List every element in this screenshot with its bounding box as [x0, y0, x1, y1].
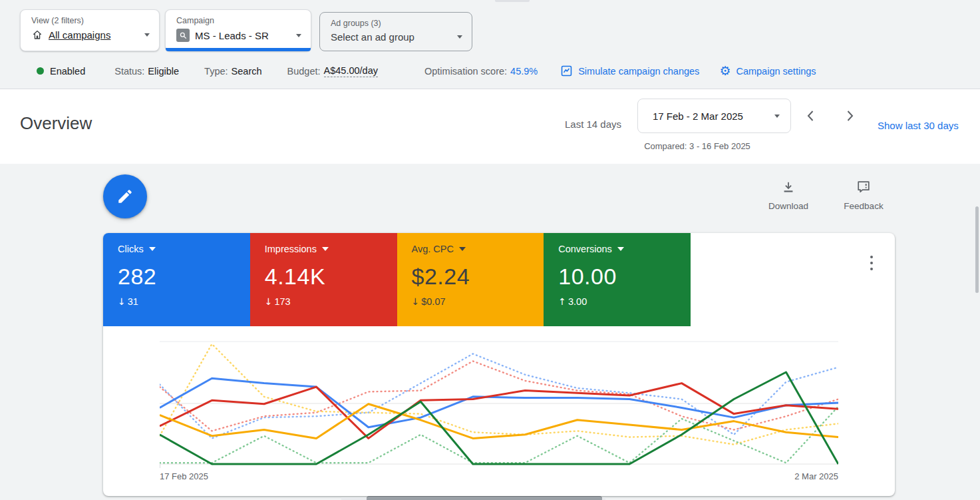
previous-period-button[interactable] — [804, 109, 818, 123]
view-filter-value: All campaigns — [49, 29, 110, 41]
arrow-down-icon: ↓ — [412, 296, 420, 307]
date-range-label: Last 14 days — [565, 119, 621, 130]
date-range-selector[interactable]: 17 Feb - 2 Mar 2025 — [637, 99, 791, 133]
scrolled-element-remnant — [495, 0, 530, 2]
card-overflow-menu-button[interactable] — [866, 254, 878, 272]
performance-line-chart — [160, 336, 838, 483]
metric-value: 10.00 — [558, 264, 679, 290]
arrow-down-icon: ↓ — [118, 296, 126, 307]
overview-chart-card: Clicks 282 ↓31 Impressions 4.14K ↓173 Av… — [103, 233, 895, 496]
home-icon — [31, 29, 43, 41]
chevron-down-icon — [149, 247, 156, 251]
metric-card-conversions[interactable]: Conversions 10.00 ↑3.00 — [544, 233, 691, 326]
feedback-icon — [856, 180, 871, 194]
arrow-down-icon: ↓ — [265, 296, 273, 307]
horizontal-scrollbar-thumb[interactable] — [367, 496, 602, 500]
download-label: Download — [758, 201, 818, 211]
chart-line-impressions-compared- — [160, 361, 838, 431]
metric-delta: ↓$0.07 — [412, 296, 532, 307]
selected-indicator — [166, 48, 311, 51]
chevron-right-icon — [842, 109, 857, 123]
x-axis-label-end: 2 Mar 2025 — [778, 471, 838, 481]
gear-icon: ⚙ — [719, 65, 731, 77]
x-axis-label-start: 17 Feb 2025 — [160, 471, 208, 481]
download-icon — [781, 180, 796, 194]
ad-groups-dropdown[interactable]: Ad groups (3) Select an ad group — [319, 12, 472, 51]
ad-groups-dropdown-value: Select an ad group — [331, 31, 414, 43]
google-ads-overview-page: View (2 filters) All campaigns Campaign … — [0, 0, 980, 500]
chevron-down-icon — [457, 35, 462, 39]
metric-value: $2.24 — [412, 264, 532, 290]
view-filter-label: View (2 filters) — [31, 16, 150, 25]
metric-card-impressions[interactable]: Impressions 4.14K ↓173 — [250, 233, 397, 326]
metric-selector-row: Clicks 282 ↓31 Impressions 4.14K ↓173 Av… — [103, 233, 691, 326]
enabled-status-dot-icon — [37, 67, 44, 75]
show-last-30-days-link[interactable]: Show last 30 days — [878, 120, 959, 131]
metric-card-avg-cpc[interactable]: Avg. CPC $2.24 ↓$0.07 — [397, 233, 544, 326]
chevron-left-icon — [804, 109, 818, 123]
budget-label: Budget: — [287, 66, 321, 77]
optimisation-score-value[interactable]: 45.9% — [510, 66, 538, 77]
campaign-dropdown[interactable]: Campaign MS - Leads - SR — [165, 9, 311, 51]
metric-value: 282 — [118, 264, 238, 290]
metric-card-clicks[interactable]: Clicks 282 ↓31 — [103, 233, 250, 326]
chevron-down-icon — [774, 115, 780, 118]
view-filter-dropdown[interactable]: View (2 filters) All campaigns — [20, 9, 160, 51]
status-label: Status: — [114, 66, 144, 77]
chart-line-clicks-compared- — [160, 354, 838, 438]
ad-groups-dropdown-label: Ad groups (3) — [331, 19, 462, 28]
pencil-icon — [116, 188, 134, 205]
edit-overview-button[interactable] — [103, 174, 147, 218]
metric-label: Impressions — [265, 244, 317, 254]
campaign-dropdown-value: MS - Leads - SR — [195, 30, 269, 41]
chart-line-clicks — [160, 378, 838, 427]
metric-delta: ↑3.00 — [558, 296, 679, 307]
simulate-campaign-changes-button[interactable]: Simulate campaign changes — [560, 65, 699, 77]
chevron-down-icon — [459, 247, 466, 251]
chart-line-conversions-compared- — [160, 407, 838, 463]
metric-label: Avg. CPC — [412, 244, 454, 254]
vertical-scrollbar[interactable] — [975, 206, 979, 293]
campaign-settings-button[interactable]: ⚙ Campaign settings — [719, 65, 816, 77]
download-button[interactable]: Download — [758, 180, 818, 211]
budget-value[interactable]: A$45.00/day — [324, 65, 378, 77]
type-value: Search — [232, 66, 262, 77]
feedback-button[interactable]: Feedback — [834, 180, 894, 211]
search-campaign-type-icon — [176, 29, 190, 42]
arrow-up-icon: ↑ — [558, 296, 566, 307]
page-title: Overview — [20, 113, 92, 134]
metric-delta: ↓173 — [265, 296, 385, 307]
date-range-value: 17 Feb - 2 Mar 2025 — [653, 111, 743, 122]
next-period-button[interactable] — [842, 109, 857, 123]
chevron-down-icon — [617, 247, 624, 251]
chevron-down-icon — [322, 247, 329, 251]
metric-label: Clicks — [118, 244, 144, 254]
simulate-icon — [560, 65, 573, 77]
compared-period-label: Compared: 3 - 16 Feb 2025 — [637, 141, 757, 151]
type-label: Type: — [204, 66, 228, 77]
enabled-status: Enabled — [50, 66, 85, 77]
chevron-down-icon — [144, 33, 150, 37]
metric-label: Conversions — [558, 244, 612, 254]
page-header-band — [0, 89, 980, 164]
optimisation-score-label: Optimisation score: — [424, 66, 507, 77]
campaign-dropdown-label: Campaign — [176, 16, 301, 25]
status-value: Eligible — [148, 66, 179, 77]
campaign-status-bar: Enabled Status: Eligible Type: Search Bu… — [37, 65, 816, 77]
chevron-down-icon — [296, 34, 301, 37]
metric-value: 4.14K — [265, 264, 385, 290]
metric-delta: ↓31 — [118, 296, 238, 307]
feedback-label: Feedback — [834, 201, 894, 211]
